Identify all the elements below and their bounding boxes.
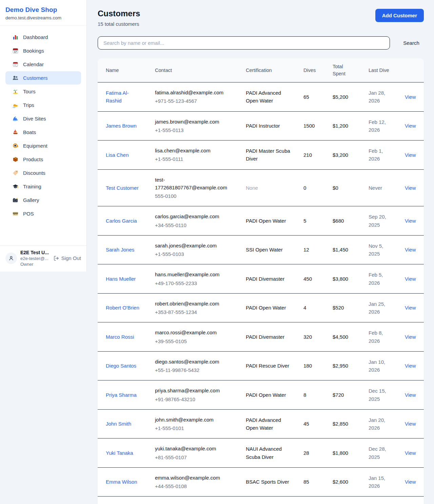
customer-dives: 210 xyxy=(295,141,324,170)
customer-email: sarah.jones@example.com xyxy=(155,242,234,249)
customer-dives: 450 xyxy=(295,264,324,294)
customer-count: 15 total customers xyxy=(98,21,140,27)
customer-last-dive: Feb 5, 2026 xyxy=(360,264,397,294)
view-link[interactable]: View xyxy=(405,450,416,456)
view-link[interactable]: View xyxy=(405,392,416,398)
customers-table-card: Name Contact Certification Dives Total S… xyxy=(98,58,424,504)
customer-name-link[interactable]: Sarah Jones xyxy=(106,247,134,253)
sidebar-item-tours[interactable]: Tours xyxy=(5,85,81,98)
sidebar-item-equipment[interactable]: Equipment xyxy=(5,139,81,152)
table-row: Lisa Chen lisa.chen@example.com +1-555-0… xyxy=(98,141,424,170)
sidebar-item-calendar[interactable]: Calendar xyxy=(5,58,81,71)
customer-certification: PADI Rescue Diver xyxy=(238,351,295,380)
sidebar-item-bookings[interactable]: 17 Bookings xyxy=(5,44,81,57)
customer-name-link[interactable]: James Brown xyxy=(106,123,137,129)
view-link[interactable]: View xyxy=(405,421,416,427)
sidebar-item-label: Dashboard xyxy=(23,34,48,40)
customer-name-link[interactable]: Emma Wilson xyxy=(106,479,137,485)
customer-name-link[interactable]: Fatima Al-Rashid xyxy=(106,90,129,104)
view-link[interactable]: View xyxy=(405,305,416,311)
customer-phone: +91-98765-43210 xyxy=(155,395,234,403)
sidebar-item-label: Dive Sites xyxy=(23,116,46,122)
customer-name-link[interactable]: Robert O'Brien xyxy=(106,305,139,311)
view-link[interactable]: View xyxy=(405,247,416,253)
sidebar-item-label: Tours xyxy=(23,89,36,94)
customer-email: keiko.yamamoto@example.com xyxy=(155,503,234,504)
customer-total-spent: $3,800 xyxy=(324,264,360,294)
view-link[interactable]: View xyxy=(405,218,416,224)
view-link[interactable]: View xyxy=(405,185,416,191)
sidebar-item-pos[interactable]: POS xyxy=(5,207,81,220)
customer-email: robert.obrien@example.com xyxy=(155,300,234,307)
search-input[interactable] xyxy=(98,36,390,50)
user-name: E2E Test U... xyxy=(20,250,50,255)
page-title: Customers xyxy=(98,9,140,18)
customer-dives: 85 xyxy=(295,467,324,497)
table-header-row: Name Contact Certification Dives Total S… xyxy=(98,58,424,82)
customer-name-link[interactable]: Carlos Garcia xyxy=(106,218,137,224)
view-link[interactable]: View xyxy=(405,479,416,485)
customer-phone: +55-11-99876-5432 xyxy=(155,366,234,374)
customer-name-link[interactable]: Hans Mueller xyxy=(106,276,136,282)
sidebar-item-label: Gallery xyxy=(23,197,39,203)
customer-name-link[interactable]: Marco Rossi xyxy=(106,334,134,340)
customer-certification: PADI Open Water xyxy=(238,380,295,410)
customer-dives: 320 xyxy=(295,322,324,352)
customer-email: hans.mueller@example.com xyxy=(155,270,234,278)
user-meta: E2E Test U... e2e-tester@... Owner xyxy=(20,250,50,267)
customer-name-link[interactable]: Lisa Chen xyxy=(106,152,129,158)
column-header-contact: Contact xyxy=(147,58,238,82)
customer-phone: +81-555-0107 xyxy=(155,453,234,461)
customer-phone: +44-555-0108 xyxy=(155,482,234,490)
customer-phone: +353-87-555-1234 xyxy=(155,308,234,316)
sidebar-item-dashboard[interactable]: Dashboard xyxy=(5,31,81,44)
view-link[interactable]: View xyxy=(405,123,416,129)
view-link[interactable]: View xyxy=(405,276,416,282)
customer-name-link[interactable]: John Smith xyxy=(106,421,131,427)
sidebar-item-gallery[interactable]: Gallery xyxy=(5,193,81,207)
sidebar-item-training[interactable]: Training xyxy=(5,180,81,193)
customer-email: diego.santos@example.com xyxy=(155,358,234,366)
view-link[interactable]: View xyxy=(405,94,416,100)
customer-total-spent: $2,950 xyxy=(324,351,360,380)
sidebar-item-trips[interactable]: Trips xyxy=(5,98,81,112)
dive-sites-icon xyxy=(12,115,19,122)
training-icon xyxy=(12,183,19,190)
view-link[interactable]: View xyxy=(405,334,416,340)
customer-last-dive: Feb 8, 2026 xyxy=(360,322,397,352)
customer-last-dive: Feb 12, 2026 xyxy=(360,111,397,141)
sidebar-item-dive-sites[interactable]: Dive Sites xyxy=(5,112,81,125)
column-header-actions xyxy=(397,58,424,82)
customers-table: Name Contact Certification Dives Total S… xyxy=(98,58,424,504)
customer-email: emma.wilson@example.com xyxy=(155,474,234,482)
sidebar: Demo Dive Shop demo.test.divestreams.com… xyxy=(0,0,87,272)
customer-phone: +1-555-0111 xyxy=(155,155,234,163)
sidebar-item-boats[interactable]: Boats xyxy=(5,126,81,139)
column-header-dives: Dives xyxy=(295,58,324,82)
customer-dives: 65 xyxy=(295,82,324,112)
view-link[interactable]: View xyxy=(405,363,416,369)
sidebar-item-customers[interactable]: Customers xyxy=(5,71,81,85)
customer-last-dive: Jan 25, 2026 xyxy=(360,293,397,322)
customer-total-spent: $2,850 xyxy=(324,409,360,438)
sidebar-item-products[interactable]: Products xyxy=(5,153,81,166)
view-link[interactable]: View xyxy=(405,152,416,158)
sign-out-button[interactable]: Sign Out xyxy=(54,255,81,261)
customer-total-spent: $1,200 xyxy=(324,111,360,141)
customer-name-link[interactable]: Priya Sharma xyxy=(106,392,137,398)
search-button[interactable]: Search xyxy=(390,40,424,46)
add-customer-button[interactable]: Add Customer xyxy=(375,9,424,22)
customer-name-link[interactable]: Test Customer xyxy=(106,185,139,191)
sidebar-item-discounts[interactable]: Discounts xyxy=(5,166,81,180)
customer-email: fatima.alrashid@example.com xyxy=(155,89,234,96)
customer-phone: +1-555-0101 xyxy=(155,424,234,432)
sidebar-item-label: Trips xyxy=(23,102,34,108)
sidebar-item-label: Calendar xyxy=(23,61,44,67)
customer-email: priya.sharma@example.com xyxy=(155,387,234,394)
pos-icon xyxy=(12,210,19,217)
customer-dives: 0 xyxy=(295,169,324,206)
customer-name-link[interactable]: Yuki Tanaka xyxy=(106,450,133,456)
customer-name-link[interactable]: Diego Santos xyxy=(106,363,136,369)
shop-name: Demo Dive Shop xyxy=(5,6,81,14)
user-email: e2e-tester@... xyxy=(20,256,50,261)
